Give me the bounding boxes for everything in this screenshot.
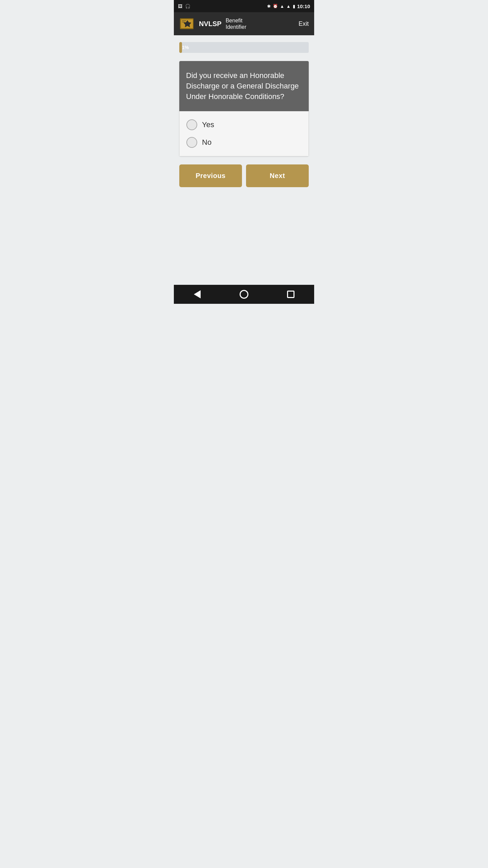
app-subtitle: BenefitIdentifier [226,17,246,30]
wifi-icon: ▲ [280,4,284,9]
exit-button[interactable]: Exit [299,20,309,27]
app-bar-title: NVLSP BenefitIdentifier [199,17,299,30]
status-time: 10:10 [297,3,310,9]
radio-option-no[interactable]: No [186,137,302,148]
radio-option-yes[interactable]: Yes [186,119,302,130]
status-bar: 🖼 🎧 ✱ ⏰ ▲ ▲ ▮ 10:10 [174,0,314,12]
radio-circle-no [186,137,197,148]
bottom-nav [174,285,314,304]
nav-back-button[interactable] [190,288,204,301]
bluetooth-icon: ✱ [267,4,271,9]
nav-buttons: Previous Next [179,164,309,187]
progress-bar-container: 1% [179,42,309,53]
question-header: Did you receive an Honorable Discharge o… [179,61,309,111]
recents-icon [287,291,294,298]
alarm-icon: ⏰ [273,4,278,8]
radio-circle-yes [186,119,197,130]
nav-recents-button[interactable] [284,288,298,301]
app-bar: NVLSP BenefitIdentifier Exit [174,12,314,35]
battery-icon: ▮ [293,4,295,9]
app-logo [179,16,196,32]
radio-label-yes: Yes [202,120,214,129]
question-card: Did you receive an Honorable Discharge o… [179,61,309,156]
main-content: 1% Did you receive an Honorable Discharg… [174,35,314,285]
signal-icon: ▲ [286,4,291,9]
previous-button[interactable]: Previous [179,164,242,187]
home-icon [240,290,248,299]
nav-home-button[interactable] [237,288,251,301]
app-brand: NVLSP [199,20,222,28]
progress-label: 1% [182,45,189,50]
radio-label-no: No [202,138,211,147]
status-bar-left: 🖼 🎧 [178,4,190,9]
next-button[interactable]: Next [246,164,309,187]
question-text: Did you receive an Honorable Discharge o… [186,71,302,102]
photo-icon: 🖼 [178,4,182,9]
status-bar-right: ✱ ⏰ ▲ ▲ ▮ 10:10 [267,3,310,9]
headphone-icon: 🎧 [185,4,190,9]
progress-fill: 1% [179,42,182,53]
svg-rect-4 [182,22,185,22]
svg-rect-3 [182,20,186,21]
answer-section: Yes No [179,111,309,156]
back-icon [194,290,201,298]
